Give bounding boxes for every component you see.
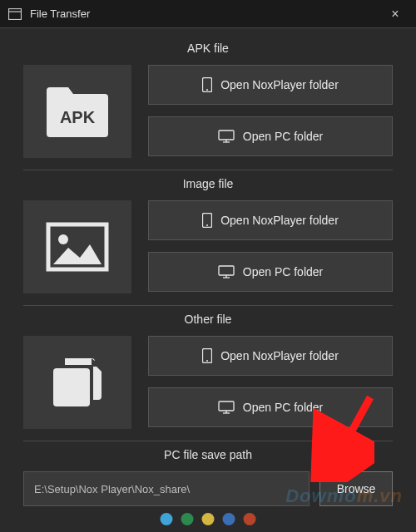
close-button[interactable]: × — [383, 7, 408, 22]
watermark-dot — [244, 513, 256, 525]
button-label: Open NoxPlayer folder — [220, 78, 339, 91]
pc-icon — [218, 401, 235, 414]
phone-icon — [202, 213, 212, 228]
svg-point-9 — [58, 234, 68, 244]
watermark-dot — [161, 513, 173, 525]
title-bar: File Transfer × — [0, 0, 416, 28]
watermark-dot — [181, 513, 194, 525]
browse-button[interactable]: Browse — [319, 471, 393, 506]
section-title-apk: APK file — [23, 42, 393, 55]
watermark-dot — [223, 513, 235, 525]
image-open-pc-button[interactable]: Open PC folder — [148, 252, 393, 292]
section-title-image: Image file — [23, 177, 393, 190]
apk-open-pc-button[interactable]: Open PC folder — [148, 116, 393, 156]
svg-point-17 — [206, 360, 208, 362]
svg-rect-0 — [9, 8, 22, 19]
window-icon — [8, 8, 22, 20]
divider — [23, 170, 393, 170]
button-label: Open NoxPlayer folder — [220, 214, 339, 227]
button-label: Open NoxPlayer folder — [220, 349, 339, 362]
pc-icon — [218, 130, 235, 143]
svg-point-4 — [206, 89, 208, 91]
documents-icon — [23, 336, 131, 429]
section-save-path: PC file save path Browse — [23, 448, 393, 506]
window-title: File Transfer — [30, 7, 383, 20]
image-icon — [23, 200, 131, 293]
other-open-nox-button[interactable]: Open NoxPlayer folder — [148, 336, 393, 376]
save-path-input[interactable] — [23, 471, 310, 506]
apk-folder-icon: APK — [23, 65, 131, 158]
svg-rect-15 — [53, 368, 90, 406]
apk-open-nox-button[interactable]: Open NoxPlayer folder — [148, 65, 393, 105]
image-open-nox-button[interactable]: Open NoxPlayer folder — [148, 200, 393, 240]
button-label: Open PC folder — [243, 130, 324, 143]
section-apk: APK file APK Open NoxPlayer folder — [23, 42, 393, 170]
phone-icon — [202, 348, 212, 363]
section-title-other: Other file — [23, 313, 393, 326]
watermark-dot — [202, 513, 215, 525]
svg-rect-18 — [219, 401, 234, 411]
svg-rect-12 — [219, 266, 234, 275]
watermark-dots — [161, 513, 256, 525]
pc-icon — [218, 265, 235, 278]
svg-point-11 — [206, 224, 208, 226]
svg-rect-5 — [219, 131, 234, 140]
button-label: Open PC folder — [243, 401, 324, 414]
button-label: Open PC folder — [243, 265, 324, 278]
save-path-label: PC file save path — [23, 448, 393, 461]
divider — [23, 441, 393, 441]
phone-icon — [202, 77, 212, 92]
divider — [23, 305, 393, 306]
content-area: APK file APK Open NoxPlayer folder — [0, 28, 416, 506]
other-open-pc-button[interactable]: Open PC folder — [148, 387, 393, 427]
section-other: Other file Open NoxPlayer folder — [23, 313, 393, 441]
section-image: Image file Open NoxPlayer folder — [23, 177, 393, 306]
button-label: Browse — [337, 482, 376, 495]
svg-text:APK: APK — [60, 108, 96, 126]
